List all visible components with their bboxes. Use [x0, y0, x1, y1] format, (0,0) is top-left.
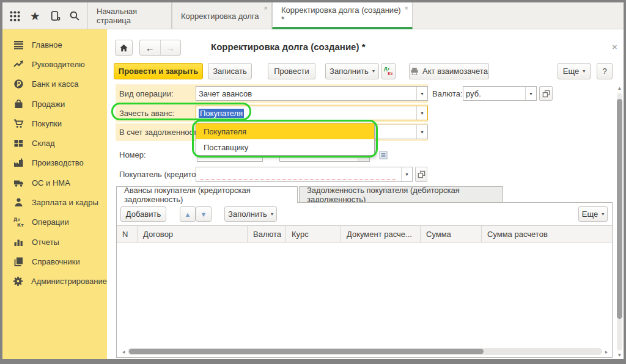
sidebar-item-glavnoe[interactable]: Главное [2, 35, 107, 54]
currency-open-button[interactable] [539, 86, 553, 101]
sidebar-item-prodazhi[interactable]: Продажи [2, 94, 107, 114]
more-button[interactable]: Еще▾ [558, 63, 591, 79]
chevron-down-icon[interactable]: ▾ [416, 106, 427, 120]
buyer-open-button[interactable] [415, 167, 427, 182]
column-header-document[interactable]: Документ расче... [341, 226, 421, 242]
save-button[interactable]: Записать [208, 63, 252, 79]
column-header-valuta[interactable]: Валюта [248, 226, 286, 242]
column-header-summa-raschetov[interactable]: Сумма расчетов [482, 226, 612, 242]
chevron-down-icon[interactable]: ▾ [416, 125, 427, 139]
tab-buyer-debt[interactable]: Задолженность покупателя (дебиторская за… [299, 186, 503, 203]
add-row-button[interactable]: Добавить [120, 206, 166, 222]
tab-label: Начальная страница [97, 7, 163, 25]
svg-text:Кт: Кт [17, 222, 24, 227]
sidebar-item-label: Покупки [32, 119, 62, 128]
close-icon[interactable]: × [405, 5, 408, 12]
horizontal-scroll-thumb[interactable] [129, 349, 484, 354]
sidebar-item-operacii[interactable]: ДтКт Операции [2, 213, 107, 232]
move-down-button[interactable]: ▼ [196, 206, 212, 222]
tab-label: Корректировка долга [181, 12, 259, 21]
sidebar-item-label: Отчеты [32, 238, 59, 247]
favorites-star-icon[interactable]: ★ [28, 9, 42, 23]
tab-debt-correction-new[interactable]: Корректировка долга (создание) * × [272, 2, 413, 29]
sidebar-item-label: Зарплата и кадры [32, 198, 98, 207]
buyer-select[interactable]: ▾ [196, 167, 413, 182]
currency-label: Валюта: [432, 89, 463, 98]
person-icon [13, 197, 24, 208]
scroll-left-icon[interactable]: ◂ [119, 349, 128, 355]
number-label: Номер: [119, 150, 146, 159]
factory-icon [13, 158, 24, 169]
sidebar-item-label: Склад [32, 139, 55, 148]
vertical-scroll-thumb[interactable] [617, 99, 622, 319]
search-icon[interactable] [67, 9, 82, 23]
column-header-n[interactable]: N [117, 226, 138, 242]
sidebar-item-sklad[interactable]: Склад [2, 133, 107, 153]
arrow-down-icon: ▼ [201, 211, 207, 218]
dropdown-option-supplier[interactable]: Поставщику [196, 139, 374, 155]
more-label: Еще [563, 67, 579, 76]
post-and-close-button[interactable]: Провести и закрыть [114, 63, 203, 79]
post-button[interactable]: Провести [268, 63, 315, 79]
operation-type-select[interactable]: Зачет авансов ▾ [196, 86, 428, 101]
column-header-summa[interactable]: Сумма [421, 226, 482, 242]
books-icon [13, 256, 24, 267]
form-close-icon[interactable]: × [612, 42, 617, 52]
chevron-down-icon[interactable]: ▾ [525, 87, 536, 100]
sidebar-item-otchety[interactable]: Отчеты [2, 232, 107, 252]
chevron-down-icon: ▾ [583, 68, 585, 74]
bar-chart-icon [13, 236, 24, 247]
back-button[interactable]: ← [140, 40, 161, 55]
sidebar-item-administrirovanie[interactable]: Администрирование [2, 272, 107, 291]
column-header-dogovor[interactable]: Договор [138, 226, 248, 242]
sidebar-item-pokupki[interactable]: Покупки [2, 114, 107, 133]
advance-select[interactable]: Покупателя ▾ [196, 106, 428, 120]
sidebar-item-label: Продажи [32, 100, 65, 109]
sidebar-item-zarplata-kadry[interactable]: Зарплата и кадры [2, 192, 107, 212]
sidebar-item-label: Производство [32, 158, 84, 167]
sidebar-item-os-nma[interactable]: ОС и НМА [2, 173, 107, 192]
trend-chart-icon [13, 59, 24, 70]
home-button[interactable] [115, 40, 133, 56]
table-more-label: Еще [582, 209, 598, 219]
fill-button[interactable]: Заполнить▾ [325, 63, 379, 79]
table-more-button[interactable]: Еще▾ [578, 206, 608, 222]
chevron-down-icon[interactable]: ▾ [401, 167, 412, 181]
tab-debt-correction[interactable]: Корректировка долга × [172, 2, 272, 29]
chevron-down-icon: ▾ [602, 211, 604, 217]
operation-type-value: Зачет авансов [196, 89, 416, 98]
move-up-button[interactable]: ▲ [180, 206, 196, 222]
forward-button[interactable]: → [161, 40, 181, 55]
dropdown-option-buyer[interactable]: Покупателя [196, 123, 374, 139]
set-number-icon[interactable] [379, 151, 388, 161]
offset-act-label: Акт взаимозачета [422, 67, 488, 76]
sidebar-item-label: Руководителю [32, 60, 85, 69]
sidebar-item-label: Операции [32, 217, 69, 227]
tab-buyer-advances[interactable]: Авансы покупателя (кредиторская задолжен… [116, 186, 298, 203]
operation-type-label: Вид операции: [119, 89, 174, 98]
sidebar-item-rukovoditelyu[interactable]: Руководителю [2, 54, 107, 74]
chevron-down-icon[interactable]: ▾ [416, 87, 427, 100]
table-fill-button[interactable]: Заполнить▾ [224, 206, 277, 222]
apps-grid-icon[interactable] [8, 9, 23, 23]
form-toolbar: Провести и закрыть Записать Провести Зап… [107, 63, 624, 80]
sidebar-item-spravochniki[interactable]: Справочники [2, 252, 107, 271]
sidebar-item-proizvodstvo[interactable]: Производство [2, 153, 107, 173]
horizontal-scroll-track[interactable] [128, 348, 602, 355]
column-header-kurs[interactable]: Курс [286, 226, 341, 242]
currency-select[interactable]: руб. ▾ [463, 86, 537, 101]
sidebar-item-bank-kassa[interactable]: Банк и касса [2, 75, 107, 94]
help-button[interactable]: ? [597, 63, 613, 79]
offset-act-button[interactable]: Акт взаимозачета [409, 63, 489, 79]
warehouse-grid-icon [13, 138, 24, 149]
scroll-right-icon[interactable]: ▸ [602, 349, 611, 355]
scroll-down-icon[interactable]: ▼ [616, 352, 623, 358]
history-icon[interactable] [48, 9, 62, 23]
scroll-up-icon[interactable]: ▲ [616, 86, 623, 91]
tab-home[interactable]: Начальная страница [87, 2, 172, 29]
dt-kt-postings-button[interactable]: Дт Кт [381, 63, 396, 79]
table-panel: Добавить ▲ ▼ Заполнить▾ Еще▾ N Договор В… [116, 202, 613, 358]
close-icon[interactable]: × [264, 5, 268, 12]
shopping-cart-icon [13, 118, 24, 129]
truck-icon [13, 177, 24, 188]
